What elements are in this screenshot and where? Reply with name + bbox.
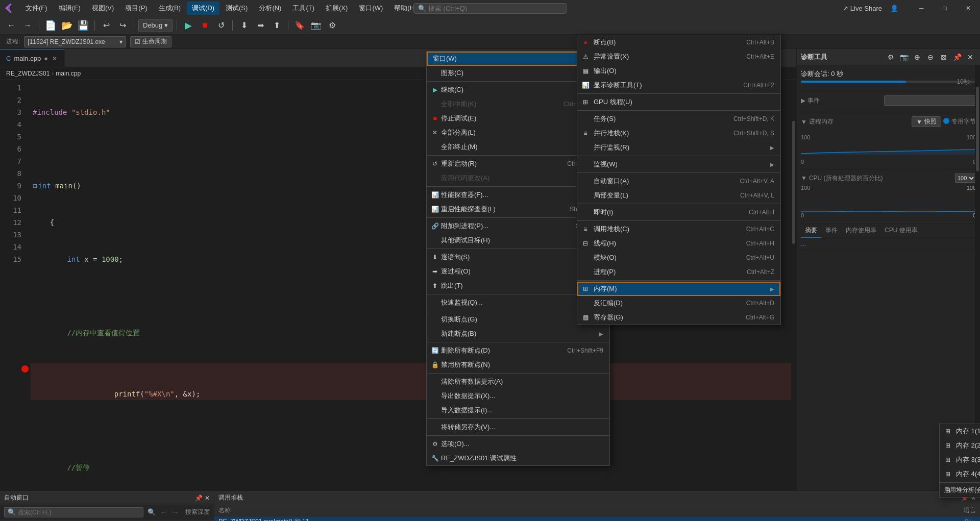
menu-clear-data-item[interactable]: 清除所有数据提示(A): [427, 375, 609, 389]
title-search-box[interactable]: 🔍: [413, 3, 567, 14]
win-registers-item[interactable]: ▦ 寄存器(G) Ctrl+Alt+G: [577, 310, 780, 325]
auto-search-input[interactable]: [18, 509, 140, 516]
menu-build[interactable]: 生成(B): [154, 2, 186, 15]
auto-window-close-icon[interactable]: ✕: [205, 494, 210, 502]
forward-btn[interactable]: →: [20, 18, 35, 33]
mem1-item[interactable]: ⊞ 内存 1(1) Ctrl+Alt+M, 1: [940, 424, 980, 438]
diag-tab-memory[interactable]: 内存使用率: [842, 224, 880, 238]
menu-convert-store-item[interactable]: 将转储另存为(V)...: [427, 420, 609, 434]
win-diag-item[interactable]: 📊 显示诊断工具(T) Ctrl+Alt+F2: [577, 78, 780, 92]
menu-project[interactable]: 项目(P): [120, 2, 152, 15]
bookmark-btn[interactable]: 🔖: [292, 18, 307, 33]
zoom-in-icon[interactable]: ⊕: [912, 52, 923, 63]
win-memory-item[interactable]: ⊞ 内存(M) ▶: [577, 282, 780, 296]
open-btn[interactable]: 📂: [60, 18, 74, 33]
menu-test[interactable]: 测试(S): [220, 2, 253, 15]
window-submenu[interactable]: ● 断点(B) Ctrl+Alt+B ⚠ 异常设置(X) Ctrl+Alt+E …: [577, 35, 781, 325]
win-locals-item[interactable]: 局部变量(L) Ctrl+Alt+V, L: [577, 188, 780, 203]
scroll-thumb[interactable]: [792, 121, 795, 244]
win-watch-item[interactable]: 监视(W) ▶: [577, 157, 780, 171]
menu-file[interactable]: 文件(F): [20, 2, 53, 15]
search-icon-btn[interactable]: 🔍: [148, 508, 156, 516]
menu-disable-bp-item[interactable]: 🔒 禁用所有断点(N): [427, 358, 609, 372]
menu-delete-bp-item[interactable]: 🔄 删除所有断点(D) Ctrl+Shift+F9: [427, 343, 609, 358]
diag-tab-cpu[interactable]: CPU 使用率: [880, 224, 922, 238]
mem2-item[interactable]: ⊞ 内存 2(2) Ctrl+Alt+M, 2: [940, 438, 980, 453]
minimize-button[interactable]: ─: [910, 0, 933, 16]
step-over-btn[interactable]: ➡: [253, 18, 267, 33]
menu-options-item[interactable]: ⚙ 选项(O)...: [427, 437, 609, 451]
win-auto-item[interactable]: 自动窗口(A) Ctrl+Alt+V, A: [577, 174, 780, 188]
cpu-dropdown[interactable]: 100: [955, 173, 976, 183]
collapse-memory-icon[interactable]: ▼: [801, 118, 807, 126]
collapse-arrow-icon[interactable]: ▶: [801, 97, 805, 104]
maximize-button[interactable]: □: [933, 0, 957, 16]
menu-analyze[interactable]: 分析(N): [254, 2, 286, 15]
win-gpu-item[interactable]: ⊞ GPU 线程(U): [577, 95, 780, 109]
nav-prev-button[interactable]: ←: [158, 507, 169, 518]
win-callstack-item[interactable]: ≡ 调用堆栈(C) Ctrl+Alt+C: [577, 222, 780, 236]
win-modules-item[interactable]: 模块(O) Ctrl+Alt+U: [577, 251, 780, 265]
menu-new-bp-item[interactable]: 新建断点(B) ▶: [427, 327, 609, 341]
win-threads-item[interactable]: ⊟ 线程(H) Ctrl+Alt+H: [577, 236, 780, 251]
fit-icon[interactable]: ⊠: [938, 52, 949, 63]
win-tasks-item[interactable]: 任务(S) Ctrl+Shift+D, K: [577, 112, 780, 126]
zoom-out-icon[interactable]: ⊖: [925, 52, 936, 63]
collapse-cpu-icon[interactable]: ▼: [801, 175, 807, 182]
breadcrumb-file[interactable]: main.cpp: [56, 70, 81, 77]
win-breakpoints-item[interactable]: ● 断点(B) Ctrl+Alt+B: [577, 35, 780, 49]
menu-edit[interactable]: 编辑(E): [54, 2, 86, 15]
win-parallel-watch-item[interactable]: 并行监视(R) ▶: [577, 140, 780, 155]
stop-debug-btn[interactable]: ■: [198, 18, 212, 33]
pin-icon[interactable]: 📌: [951, 52, 963, 63]
win-process-item[interactable]: 进程(P) Ctrl+Alt+Z: [577, 265, 780, 279]
menu-tools[interactable]: 工具(T): [287, 2, 320, 15]
right-scroll-thumb[interactable]: [976, 87, 979, 172]
menu-properties-item[interactable]: 🔧 RE_ZWDZJS01 调试属性: [427, 451, 609, 465]
restart-debug-btn[interactable]: ↺: [214, 18, 228, 33]
user-icon[interactable]: 👤: [890, 5, 898, 12]
lifecycle-button[interactable]: ☑ 生命周期: [130, 36, 172, 47]
editor-scrollbar[interactable]: [791, 80, 796, 490]
menu-view[interactable]: 视图(V): [87, 2, 119, 15]
win-immediate-item[interactable]: 即时(I) Ctrl+Alt+I: [577, 205, 780, 219]
snapshot-icon[interactable]: 📷: [898, 52, 910, 63]
search-input[interactable]: [428, 5, 541, 12]
settings-icon[interactable]: ⚙: [885, 52, 896, 63]
menu-import-data-item[interactable]: 导入数据提示(I)...: [427, 403, 609, 417]
start-debug-btn[interactable]: ▶: [181, 18, 195, 33]
menu-extensions[interactable]: 扩展(X): [321, 2, 353, 15]
snapshot-button[interactable]: ▼ 快照: [912, 116, 941, 127]
mem4-item[interactable]: ⊞ 内存 4(4) Ctrl+Alt+M, 4: [940, 467, 980, 481]
menu-window[interactable]: 窗口(W): [354, 2, 388, 15]
auto-search-box[interactable]: 🔍: [4, 507, 143, 517]
camera-btn[interactable]: 📷: [309, 18, 323, 33]
win-output-item[interactable]: ▦ 输出(O): [577, 64, 780, 78]
time-slider-track[interactable]: [801, 81, 976, 83]
close-button[interactable]: ✕: [957, 0, 980, 16]
auto-window-pin-icon[interactable]: 📌: [195, 494, 203, 502]
nav-next-button[interactable]: →: [170, 507, 181, 518]
process-dropdown[interactable]: [11524] RE_ZWDZJS01.exe ▾: [24, 36, 126, 47]
undo-btn[interactable]: ↩: [99, 18, 113, 33]
diag-tab-summary[interactable]: 摘要: [801, 224, 821, 238]
win-disasm-item[interactable]: 反汇编(D) Ctrl+Alt+D: [577, 296, 780, 310]
call-row-0[interactable]: RE_ZWDZJS01.exe!main() 行 11 C++: [214, 516, 980, 521]
diag-tab-events[interactable]: 事件: [821, 224, 842, 238]
tab-main-cpp[interactable]: C main.cpp ● ✕: [0, 49, 65, 67]
heap-analysis-item[interactable]: ⊞ 启用堆分析(会影响性能): [940, 484, 980, 497]
step-into-btn[interactable]: ⬇: [237, 18, 251, 33]
mem3-item[interactable]: ⊞ 内存 3(3) Ctrl+Alt+M, 3: [940, 453, 980, 467]
win-exception-item[interactable]: ⚠ 异常设置(X) Ctrl+Alt+E: [577, 49, 780, 64]
new-btn[interactable]: 📄: [43, 18, 58, 33]
redo-btn[interactable]: ↪: [115, 18, 130, 33]
win-parallel-stacks-item[interactable]: ≡ 并行堆栈(K) Ctrl+Shift+D, S: [577, 126, 780, 140]
live-share-button[interactable]: ↗ Live Share: [839, 3, 886, 14]
menu-debug[interactable]: 调试(D): [187, 2, 219, 15]
close-panel-icon[interactable]: ✕: [965, 52, 976, 63]
save-btn[interactable]: 💾: [76, 18, 90, 33]
settings-extra-btn[interactable]: ⚙: [325, 18, 339, 33]
back-btn[interactable]: ←: [4, 18, 18, 33]
menu-export-data-item[interactable]: 导出数据提示(X)...: [427, 389, 609, 403]
step-out-btn[interactable]: ⬆: [270, 18, 284, 33]
